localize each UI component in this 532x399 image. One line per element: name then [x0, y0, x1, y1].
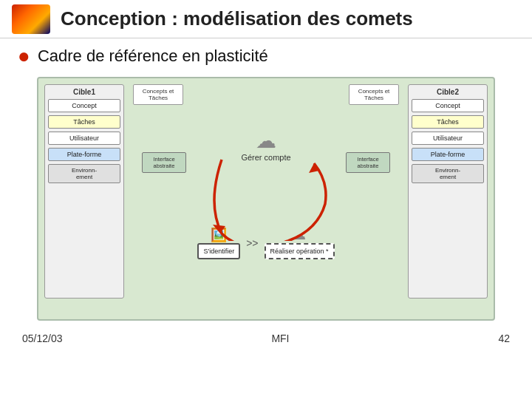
header-logo	[12, 4, 50, 34]
interface-right-text: Interface abstraite	[357, 156, 378, 169]
right-plateforme: Plate-forme	[412, 148, 484, 161]
left-utilisateur: Utilisateur	[48, 132, 120, 145]
left-plateforme: Plate-forme	[48, 148, 120, 161]
concepts-right-text: Concepts et Tâches	[358, 88, 390, 101]
footer: 05/12/03 MFI 42	[0, 327, 532, 350]
footer-page: 42	[498, 332, 510, 344]
bullet-icon: ●	[18, 46, 30, 66]
right-environnement: Environn-ement	[412, 164, 484, 183]
right-utilisateur: Utilisateur	[412, 132, 484, 145]
left-environnement: Environn-ement	[48, 164, 120, 183]
right-panel-title: Cible2	[412, 88, 484, 96]
interface-right-box: Interface abstraite	[346, 152, 390, 173]
diagram-container: Cible1 Concept Tâches Utilisateur Plate-…	[37, 77, 495, 321]
concepts-left-box: Concepts et Tâches	[133, 84, 183, 105]
concepts-left-text: Concepts et Tâches	[143, 88, 174, 101]
interface-left-box: Interface abstraite	[142, 152, 186, 173]
left-panel-title: Cible1	[48, 88, 120, 96]
concepts-right-box: Concepts et Tâches	[349, 84, 399, 105]
footer-center: MFI	[271, 332, 289, 344]
task2-label: Réaliser opération *	[270, 248, 329, 255]
right-taches: Tâches	[412, 115, 484, 129]
task1-label: S'identifier	[203, 248, 234, 255]
left-panel: Cible1 Concept Tâches Utilisateur Plate-…	[44, 84, 124, 299]
red-arrow-svg	[200, 145, 332, 241]
task1-box: S'identifier	[197, 243, 240, 259]
subtitle-text: Cadre de référence en plasticité	[38, 47, 268, 66]
page-title: Conception : modélisation des comets	[61, 7, 413, 30]
right-panel: Cible2 Concept Tâches Utilisateur Plate-…	[408, 84, 488, 299]
right-concept: Concept	[412, 99, 484, 112]
diagram-area: Cible1 Concept Tâches Utilisateur Plate-…	[0, 74, 532, 324]
left-concept: Concept	[48, 99, 120, 112]
header: Conception : modélisation des comets	[0, 0, 532, 38]
interface-left-text: Interface abstraite	[153, 156, 174, 169]
footer-date: 05/12/03	[22, 332, 63, 344]
left-taches: Tâches	[48, 115, 120, 129]
center-area: ☁ Gérer compte 🖼️ S'identifier >>	[194, 93, 338, 312]
task2-box: Réaliser opération *	[265, 243, 335, 259]
subtitle: ● Cadre de référence en plasticité	[0, 38, 532, 74]
